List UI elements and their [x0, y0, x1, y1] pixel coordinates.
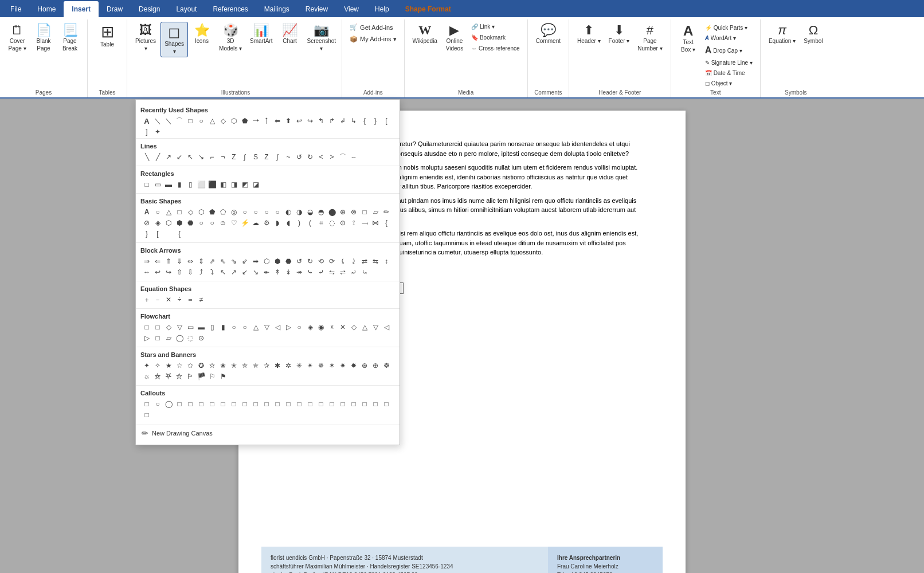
date-time-button[interactable]: 📅 Date & Time — [702, 68, 755, 78]
blank-page-button[interactable]: 📄 Blank Page — [31, 22, 56, 54]
shape-item[interactable]: ○ — [272, 207, 283, 217]
shape-item[interactable]: ♡ — [229, 218, 239, 228]
shape-item[interactable]: > — [327, 152, 337, 162]
link-button[interactable]: 🔗 Link ▾ — [468, 22, 523, 32]
shape-item[interactable]: ÷ — [174, 295, 185, 305]
signature-line-button[interactable]: ✎ Signature Line ▾ — [702, 58, 755, 68]
shape-item[interactable]: ⋈ — [370, 218, 381, 228]
tab-shape-format[interactable]: Shape Format — [397, 1, 459, 17]
3d-models-button[interactable]: 🎲 3D Models ▾ — [216, 22, 245, 54]
shape-item[interactable]: ⬡ — [196, 207, 206, 217]
shape-item[interactable] — [185, 229, 195, 239]
shape-item[interactable]: ↺ — [294, 256, 304, 266]
shape-item[interactable]: ☓ — [327, 322, 337, 332]
shape-item[interactable]: ○ — [196, 116, 206, 126]
shape-item[interactable]: △ — [250, 322, 261, 332]
shape-item[interactable]: ＋ — [142, 295, 152, 305]
shape-item[interactable]: ⬡ — [261, 256, 272, 266]
shape-item[interactable]: △ — [359, 322, 370, 332]
shape-item[interactable]: ⇑ — [163, 256, 174, 266]
shape-item[interactable]: { — [359, 116, 370, 126]
shape-item[interactable]: ☼ — [142, 371, 152, 382]
shape-item[interactable]: ⬟ — [240, 116, 250, 126]
shape-item[interactable]: ↠ — [294, 267, 304, 277]
shape-item[interactable]: ◁ — [272, 322, 283, 332]
shape-item[interactable]: ⊙ — [338, 218, 348, 228]
shape-item[interactable]: ◒ — [305, 207, 315, 217]
shape-item[interactable]: } — [370, 116, 381, 126]
shape-item[interactable]: ✷ — [338, 360, 348, 371]
shape-item[interactable]: ⇘ — [229, 256, 239, 266]
shape-item[interactable]: ⇔ — [185, 256, 195, 266]
new-drawing-canvas-button[interactable]: ✏ New Drawing Canvas — [136, 425, 400, 441]
shape-item[interactable]: ★ — [163, 360, 174, 371]
shape-item[interactable]: ╲ — [142, 152, 152, 162]
page-break-button[interactable]: 📃 Page Break — [57, 22, 83, 54]
shape-item[interactable]: ↺ — [294, 152, 304, 162]
shape-item[interactable]: { — [381, 218, 391, 228]
shape-item[interactable]: ⇙ — [240, 256, 250, 266]
shape-item[interactable]: □ — [359, 207, 370, 217]
icons-button[interactable]: ⭐ Icons — [189, 22, 214, 46]
shape-item[interactable]: ☆ — [174, 360, 185, 371]
shape-item[interactable]: } — [142, 229, 152, 239]
shape-item[interactable]: ▱ — [163, 333, 174, 343]
cover-page-button[interactable]: 🗒 Cover Page ▾ — [5, 22, 30, 54]
shape-item[interactable]: ↪ — [305, 116, 315, 126]
shape-item[interactable]: ▬ — [196, 322, 206, 332]
shape-item[interactable]: □ — [207, 399, 217, 409]
shape-item[interactable]: ↖ — [185, 152, 195, 162]
tab-layout[interactable]: Layout — [168, 1, 205, 17]
shape-item[interactable]: ✵ — [316, 360, 326, 371]
tab-insert[interactable]: Insert — [64, 1, 99, 17]
shape-item[interactable]: ◇ — [163, 322, 174, 332]
page-number-button[interactable]: # Page Number ▾ — [634, 22, 665, 54]
shape-item[interactable]: □ — [142, 399, 152, 409]
shape-item[interactable]: ▷ — [283, 322, 293, 332]
shape-item[interactable]: ◈ — [152, 218, 163, 228]
shape-item[interactable]: ☁ — [250, 218, 261, 228]
text-box-button[interactable]: A Text Box ▾ — [676, 22, 701, 55]
table-button[interactable]: ⊞ Table — [92, 22, 122, 50]
shape-item[interactable]: □ — [240, 399, 250, 409]
shape-item[interactable]: ⇆ — [370, 256, 381, 266]
shape-item[interactable]: ◩ — [240, 179, 250, 190]
shape-item[interactable]: ○ — [207, 218, 217, 228]
pictures-button[interactable]: 🖼 Pictures ▾ — [132, 22, 159, 54]
shape-item[interactable]: □ — [327, 399, 337, 409]
shape-item[interactable]: ⊙ — [196, 333, 206, 343]
shape-item[interactable]: ⤵ — [207, 267, 217, 277]
tab-references[interactable]: References — [205, 1, 256, 17]
tab-review[interactable]: Review — [297, 1, 336, 17]
shape-item[interactable]: ⇧ — [174, 267, 185, 277]
shape-item[interactable]: □ — [272, 399, 283, 409]
shape-item[interactable] — [163, 229, 174, 239]
shape-item[interactable]: ✯ — [250, 360, 261, 371]
shape-item[interactable]: ↡ — [283, 267, 293, 277]
shape-item[interactable]: ⇄ — [359, 256, 370, 266]
shape-item[interactable]: ↪ — [163, 267, 174, 277]
shape-item[interactable]: ↻ — [305, 152, 315, 162]
shape-item[interactable]: [ — [381, 116, 391, 126]
shape-item[interactable]: □ — [142, 179, 152, 190]
shape-item[interactable]: ∫ — [240, 152, 250, 162]
shape-item[interactable]: ⛧ — [163, 371, 174, 382]
shape-item[interactable]: □ — [305, 399, 315, 409]
shape-item[interactable]: □ — [174, 399, 185, 409]
shape-item[interactable]: ↩ — [152, 267, 163, 277]
quick-parts-button[interactable]: ⚡ Quick Parts ▾ — [702, 23, 755, 33]
shape-item[interactable]: ○ — [250, 207, 261, 217]
shape-item[interactable]: ↖ — [218, 267, 228, 277]
tab-draw[interactable]: Draw — [99, 1, 131, 17]
shape-item[interactable]: ⊕ — [370, 360, 381, 371]
shape-item[interactable]: ▮ — [218, 322, 228, 332]
shape-item[interactable]: ▽ — [261, 322, 272, 332]
shape-item[interactable]: ⇖ — [218, 256, 228, 266]
shape-item[interactable]: ⇕ — [196, 256, 206, 266]
shape-item[interactable]: ✱ — [272, 360, 283, 371]
shape-item[interactable]: ✮ — [240, 360, 250, 371]
shape-item[interactable]: □ — [229, 399, 239, 409]
shape-item[interactable]: ⟟ — [349, 218, 359, 228]
shape-item[interactable]: □ — [349, 399, 359, 409]
equation-button[interactable]: π Equation ▾ — [765, 22, 799, 46]
